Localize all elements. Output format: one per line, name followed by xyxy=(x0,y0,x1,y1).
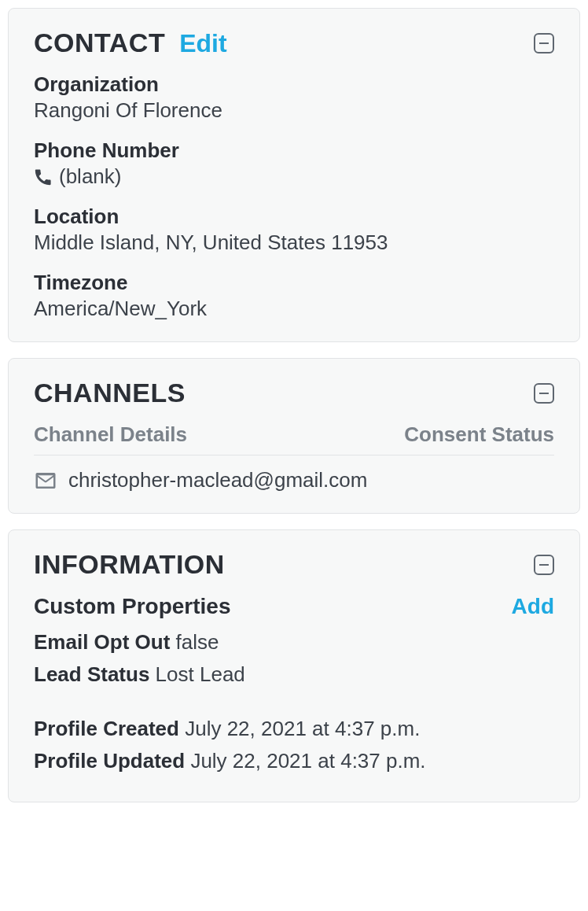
contact-title: CONTACT xyxy=(34,28,165,58)
meta-row: Profile Created July 22, 2021 at 4:37 p.… xyxy=(34,717,554,741)
meta-value: July 22, 2021 at 4:37 p.m. xyxy=(190,749,425,773)
edit-link[interactable]: Edit xyxy=(179,29,226,58)
prop-row: Email Opt Out false xyxy=(34,630,554,655)
information-title: INFORMATION xyxy=(34,549,225,580)
phone-field: Phone Number (blank) xyxy=(34,138,554,189)
timezone-field: Timezone America/New_York xyxy=(34,271,554,321)
prop-label: Email Opt Out xyxy=(34,630,170,654)
organization-value: Rangoni Of Florence xyxy=(34,98,554,123)
timezone-value: America/New_York xyxy=(34,297,554,321)
meta-label: Profile Created xyxy=(34,717,179,740)
contact-title-wrap: CONTACT Edit xyxy=(34,28,227,58)
information-header: INFORMATION xyxy=(34,549,554,580)
channels-title: CHANNELS xyxy=(34,378,186,408)
channels-table-header: Channel Details Consent Status xyxy=(34,422,554,456)
organization-label: Organization xyxy=(34,72,554,97)
location-value: Middle Island, NY, United States 11953 xyxy=(34,231,554,255)
channels-header: CHANNELS xyxy=(34,378,554,408)
meta-row: Profile Updated July 22, 2021 at 4:37 p.… xyxy=(34,749,554,773)
organization-field: Organization Rangoni Of Florence xyxy=(34,72,554,123)
phone-value-text: (blank) xyxy=(59,164,121,189)
spacer xyxy=(34,695,554,717)
minus-icon xyxy=(539,42,549,44)
add-property-link[interactable]: Add xyxy=(512,594,554,619)
prop-value-text: false xyxy=(176,630,219,654)
location-field: Location Middle Island, NY, United State… xyxy=(34,205,554,255)
location-label: Location xyxy=(34,205,554,229)
minus-icon xyxy=(539,393,549,394)
meta-label: Profile Updated xyxy=(34,749,185,773)
phone-label: Phone Number xyxy=(34,138,554,163)
custom-props-header-row: Custom Properties Add xyxy=(34,594,554,619)
channel-email-value: christopher-maclead@gmail.com xyxy=(68,468,367,492)
prop-value: Lost Lead xyxy=(156,662,245,686)
information-card: INFORMATION Custom Properties Add Email … xyxy=(8,529,580,802)
prop-value: false xyxy=(176,630,219,654)
collapse-contact-button[interactable] xyxy=(534,33,554,53)
collapse-channels-button[interactable] xyxy=(534,383,554,404)
custom-properties-label: Custom Properties xyxy=(34,594,231,619)
meta-value-text: July 22, 2021 at 4:37 p.m. xyxy=(185,717,420,740)
channels-card: CHANNELS Channel Details Consent Status … xyxy=(8,358,580,514)
meta-value: July 22, 2021 at 4:37 p.m. xyxy=(185,717,420,740)
contact-card: CONTACT Edit Organization Rangoni Of Flo… xyxy=(8,8,580,342)
phone-icon xyxy=(34,168,53,186)
minus-icon xyxy=(539,564,549,566)
prop-label: Lead Status xyxy=(34,662,149,686)
collapse-information-button[interactable] xyxy=(534,555,554,575)
col-channel-details: Channel Details xyxy=(34,422,187,447)
contact-header: CONTACT Edit xyxy=(34,28,554,58)
channel-row: christopher-maclead@gmail.com xyxy=(34,468,554,492)
col-consent-status: Consent Status xyxy=(404,422,554,447)
envelope-icon xyxy=(34,469,57,492)
prop-row: Lead Status Lost Lead xyxy=(34,662,554,687)
phone-value: (blank) xyxy=(34,164,554,189)
timezone-label: Timezone xyxy=(34,271,554,295)
meta-value-text: July 22, 2021 at 4:37 p.m. xyxy=(190,749,425,773)
prop-value-text: Lost Lead xyxy=(156,662,245,686)
